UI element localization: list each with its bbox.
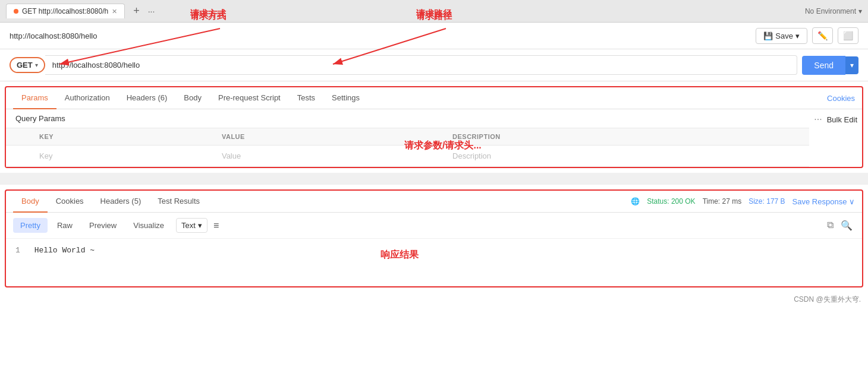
address-display: http://localhost:8080/hello [10,31,97,40]
send-button[interactable]: Send [802,56,845,75]
method-text: GET [17,61,33,69]
tab-settings[interactable]: Settings [323,87,368,109]
response-tabs-bar: Body Cookies Headers (5) Test Results 🌐 … [6,191,862,213]
format-select-arrow: ▾ [198,221,202,230]
send-button-group: Send ▾ [802,56,858,75]
bulk-edit-button[interactable]: Bulk Edit [827,115,857,124]
query-params-content: Query Params KEY VALUE DESCRIPTION [6,109,809,167]
tab-label: GET http://localhost:8080/h [22,7,108,15]
page-wrapper: 请求方式 请求路径 GET http://localhost:8080/h ✕ … [0,0,868,373]
row-checkbox [6,146,30,167]
label-request-path: 请求路径 [416,8,452,20]
env-label: No Environment [805,7,856,15]
env-arrow-icon: ▾ [858,7,862,15]
row-key[interactable]: Key [30,146,212,167]
search-response-icon[interactable]: 🔍 [838,217,855,233]
params-table-header-row: KEY VALUE DESCRIPTION [6,128,809,146]
row-desc[interactable]: Description [443,146,809,167]
new-tab-button[interactable]: + [130,5,143,17]
tab-headers[interactable]: Headers (6) [118,87,176,109]
url-input[interactable] [45,55,798,75]
format-type-label: Text [181,221,196,230]
method-selector[interactable]: GET ▾ [10,57,45,73]
response-tab-cookies[interactable]: Cookies [48,191,92,213]
col-value-header: VALUE [212,128,443,146]
save-icon: 💾 [763,31,773,40]
edit-icon-button[interactable]: ✏️ [812,27,833,44]
watermark: CSDN @失重外大穹. [0,292,868,307]
col-desc-header: DESCRIPTION [443,128,809,146]
address-bar-area: http://localhost:8080/hello 💾 Save ▾ ✏️ … [0,23,868,49]
format-raw-button[interactable]: Raw [50,218,80,233]
params-table: KEY VALUE DESCRIPTION Key Value Descript… [6,128,809,167]
tab-more-dots[interactable]: ··· [148,7,155,16]
response-tab-test-results[interactable]: Test Results [149,191,208,213]
query-params-label: Query Params [6,109,809,128]
label-request-method: 请求方式 [190,8,226,20]
row-value[interactable]: Value [212,146,443,167]
col-checkbox-header [6,128,30,146]
wrap-icon[interactable]: ≡ [213,220,219,231]
response-text: Hello World ~ [34,246,95,255]
col-key-header: KEY [30,128,212,146]
globe-icon: 🌐 [631,197,640,206]
response-tab-body[interactable]: Body [13,191,48,213]
save-btn-area: 💾 Save ▾ ✏️ ⬜ [756,27,858,44]
browser-tab-bar: GET http://localhost:8080/h ✕ + ··· 请求方式… [0,0,868,23]
copy-icon-button[interactable]: ⬜ [838,27,858,44]
active-tab[interactable]: GET http://localhost:8080/h ✕ [6,4,125,18]
format-type-select[interactable]: Text ▾ [176,218,207,233]
tab-badge [14,9,18,14]
params-table-row: Key Value Description [6,146,809,167]
env-selector[interactable]: No Environment ▾ [805,7,862,15]
request-tabs-section: Params Authorization Headers (6) Body Pr… [5,86,863,168]
line-number: 1 [15,246,20,255]
bulk-edit-area: ··· Bulk Edit [809,109,862,129]
cookies-link[interactable]: Cookies [827,94,855,103]
request-line: GET ▾ Send ▾ [0,49,868,81]
response-body: 1 Hello World ~ [6,239,862,286]
tab-tests[interactable]: Tests [289,87,323,109]
format-preview-button[interactable]: Preview [82,218,124,233]
tab-pre-request[interactable]: Pre-request Script [210,87,289,109]
save-label: Save [775,31,793,40]
format-pretty-button[interactable]: Pretty [13,218,48,233]
response-tab-headers[interactable]: Headers (5) [92,191,150,213]
query-params-area: Query Params KEY VALUE DESCRIPTION [6,109,862,167]
response-size: Size: 177 B [749,197,785,206]
send-dropdown-button[interactable]: ▾ [845,56,858,74]
copy-response-icon[interactable]: ⧉ [825,217,836,233]
save-arrow-icon: ▾ [795,31,800,40]
tab-close-icon[interactable]: ✕ [112,8,117,15]
tab-authorization[interactable]: Authorization [56,87,118,109]
right-icons-area: ⧉ 🔍 [825,217,855,233]
format-bar: Pretty Raw Preview Visualize Text ▾ ≡ ⧉ … [6,213,862,239]
status-badge: Status: 200 OK [647,197,695,206]
response-section: Body Cookies Headers (5) Test Results 🌐 … [5,189,863,287]
tab-body[interactable]: Body [175,87,210,109]
bulk-dots-icon[interactable]: ··· [814,114,822,125]
request-section-wrapper: Params Authorization Headers (6) Body Pr… [0,86,868,168]
response-status-area: 🌐 Status: 200 OK Time: 27 ms Size: 177 B… [631,197,855,206]
save-response-button[interactable]: Save Response ∨ [792,197,855,206]
save-button[interactable]: 💾 Save ▾ [756,28,807,44]
method-dropdown-arrow: ▾ [35,62,38,68]
response-section-wrapper: Body Cookies Headers (5) Test Results 🌐 … [0,189,868,287]
response-time: Time: 27 ms [703,197,742,206]
tab-params[interactable]: Params [13,87,56,109]
spacer [0,173,868,185]
format-visualize-button[interactable]: Visualize [126,218,171,233]
request-tabs-bar: Params Authorization Headers (6) Body Pr… [6,87,862,109]
